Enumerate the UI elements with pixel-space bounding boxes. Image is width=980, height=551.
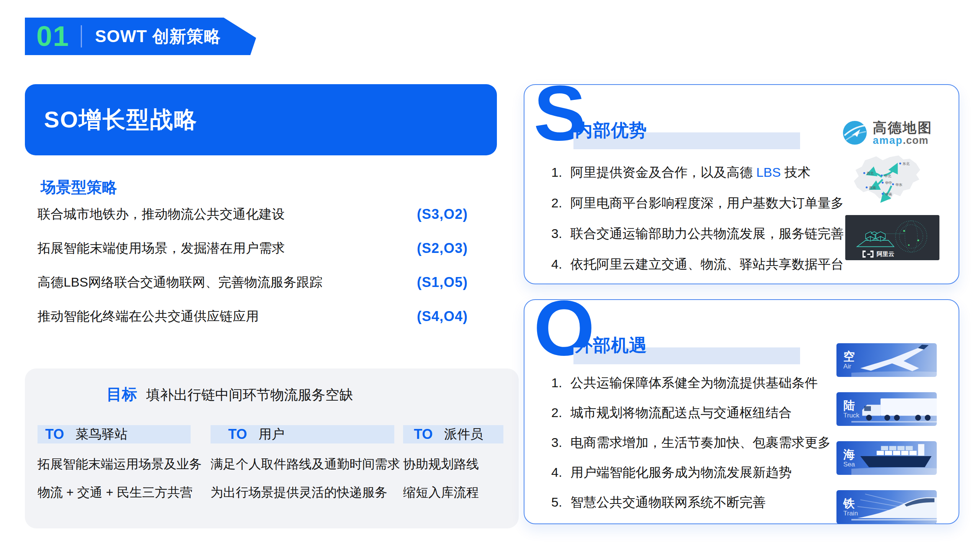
slide: 01 SOWT 创新策略 SO增长型战略 场景型策略 联合城市地铁办，推动物流公…	[0, 0, 980, 551]
opportunities-list: 1. 公共运输保障体系健全为物流提供基础条件 2. 城市规划将物流配送点与交通枢…	[551, 374, 831, 523]
to-label: TO	[45, 426, 64, 442]
amap-tld: .com	[903, 135, 929, 146]
goal-column-line: 缩短入库流程	[403, 485, 503, 500]
strategy-text: 推动智能化终端在公共交通供应链应用	[38, 308, 259, 325]
strategy-row: 高德LBS网络联合交通物联网、完善物流服务跟踪 (S1,O5)	[38, 272, 468, 293]
opportunity-item: 5. 智慧公共交通物联网系统不断完善	[551, 494, 831, 510]
strength-item: 1. 阿里提供资金及合作，以及高德 LBS 技术	[551, 164, 844, 181]
item-text-pre: 联合交通运输部助力公共物流发展，服务链完善	[570, 226, 844, 241]
strategy-tag: (S3,O2)	[417, 206, 468, 222]
strengths-title: 内部优势	[575, 119, 647, 142]
goal-column-line: 协助规划路线	[403, 456, 503, 472]
aliyun-label: 阿里云	[877, 251, 894, 257]
section-header-banner: 01 SOWT 创新策略	[25, 18, 256, 55]
opportunities-card: O 外部机遇 1. 公共运输保障体系健全为物流提供基础条件 2. 城市规划将物流…	[524, 299, 959, 524]
item-text: 阿里提供资金及合作，以及高德 LBS 技术	[570, 164, 810, 181]
tile-label: 陆 Truck	[843, 399, 859, 419]
goal-text: 填补出行链中间环节物流服务空缺	[146, 386, 353, 404]
header-divider	[81, 25, 82, 47]
section-title: SOWT 创新策略	[95, 25, 221, 48]
strength-item: 2. 阿里电商平台影响程度深，用户基数大订单量多	[551, 194, 844, 211]
item-number: 4.	[551, 464, 570, 481]
tile-label: 空 Air	[843, 350, 855, 370]
item-text: 阿里电商平台影响程度深，用户基数大订单量多	[570, 194, 844, 211]
tile-cn: 陆	[843, 399, 859, 412]
train-photo-tile: 铁 Train	[836, 490, 937, 524]
goal-label: 目标	[106, 384, 137, 405]
tile-en: Air	[843, 363, 855, 370]
transport-tiles: 空 Air 陆 Truck	[836, 343, 937, 539]
map-region-label: 西南	[869, 186, 876, 190]
goal-column-line: 满足个人取件路线及通勤时间需求	[211, 456, 400, 472]
item-text-pre: 阿里电商平台影响程度深，用户基数大订单量多	[570, 196, 844, 210]
amap-globe-icon	[842, 120, 867, 147]
item-number: 3.	[551, 434, 570, 451]
item-text: 用户端智能化服务成为物流发展新趋势	[570, 464, 792, 481]
strategy-list: 联合城市地铁办，推动物流公共交通化建设 (S3,O2) 拓展智能末端使用场景，发…	[38, 204, 468, 340]
goal-column-header: TO 用户	[211, 425, 394, 443]
ship-icon	[851, 441, 937, 475]
opportunity-item: 1. 公共运输保障体系健全为物流提供基础条件	[551, 374, 831, 391]
goal-column-header: TO 菜鸟驿站	[38, 425, 191, 443]
item-text: 公共运输保障体系健全为物流提供基础条件	[570, 374, 818, 391]
item-number: 2.	[551, 194, 570, 211]
to-label: TO	[414, 426, 433, 442]
map-region-label: 华南	[885, 192, 892, 196]
strategy-text: 高德LBS网络联合交通物联网、完善物流服务跟踪	[38, 274, 322, 291]
train-icon	[851, 490, 937, 524]
goal-column-line: 拓展智能末端运用场景及业务	[38, 456, 202, 472]
audience-label: 菜鸟驿站	[75, 425, 127, 443]
scenario-strategy-heading: 场景型策略	[41, 177, 117, 198]
item-text: 依托阿里云建立交通、物流、驿站共享数据平台	[570, 256, 844, 272]
tile-en: Train	[843, 510, 858, 517]
strength-item: 4. 依托阿里云建立交通、物流、驿站共享数据平台	[551, 256, 844, 272]
item-text: 智慧公共交通物联网系统不断完善	[570, 494, 766, 510]
tile-en: Sea	[843, 461, 855, 468]
item-text: 城市规划将物流配送点与交通枢纽结合	[570, 404, 792, 421]
audience-label: 用户	[258, 425, 284, 443]
strategy-tag: (S4,O4)	[417, 308, 468, 324]
goal-column-cainiao: TO 菜鸟驿站 拓展智能末端运用场景及业务 物流 + 交通 + 民生三方共营	[38, 425, 202, 500]
strategy-tag: (S2,O3)	[417, 240, 468, 256]
strategy-tag: (S1,O5)	[417, 274, 468, 290]
air-photo-tile: 空 Air	[836, 343, 937, 377]
goal-column-user: TO 用户 满足个人取件路线及通勤时间需求 为出行场景提供灵活的快递服务	[211, 425, 400, 500]
amap-cn: 高德地图	[873, 120, 933, 135]
so-strategy-banner: SO增长型战略	[25, 84, 497, 155]
truck-photo-tile: 陆 Truck	[836, 392, 937, 426]
strategy-row: 拓展智能末端使用场景，发掘潜在用户需求 (S2,O3)	[38, 238, 468, 259]
map-region-label: 华东	[895, 183, 902, 187]
to-label: TO	[228, 426, 247, 442]
amap-logo-text: 高德地图 amap.com	[873, 121, 933, 147]
goal-column-courier: TO 派件员 协助规划路线 缩短入库流程	[403, 425, 503, 500]
item-text: 联合交通运输部助力公共物流发展，服务链完善	[570, 225, 844, 242]
aliyun-cloud-graphic: 阿里云	[845, 215, 939, 260]
item-number: 4.	[551, 256, 570, 272]
tile-label: 海 Sea	[843, 448, 855, 468]
goal-line: 目标 填补出行链中间环节物流服务空缺	[106, 384, 353, 405]
tile-en: Truck	[843, 412, 859, 419]
opportunity-item: 2. 城市规划将物流配送点与交通枢纽结合	[551, 404, 831, 421]
tile-cn: 铁	[843, 497, 858, 510]
truck-icon	[851, 392, 937, 426]
item-text-pre: 依托阿里云建立交通、物流、驿站共享数据平台	[570, 257, 844, 271]
map-region-label: 西北	[867, 171, 874, 175]
opportunity-item: 3. 电商需求增加，生活节奏加快、包裹需求更多	[551, 434, 831, 451]
item-number: 5.	[551, 494, 570, 510]
strengths-card: S 内部优势 高德地图 amap.com 1. 阿里提供资金及合作，以及高德 L…	[524, 84, 959, 284]
item-text: 电商需求增加，生活节奏加快、包裹需求更多	[570, 434, 831, 451]
so-banner-title: SO增长型战略	[44, 104, 198, 135]
strategy-row: 联合城市地铁办，推动物流公共交通化建设 (S3,O2)	[38, 204, 468, 225]
item-number: 3.	[551, 225, 570, 242]
item-text-post: 技术	[781, 165, 810, 179]
audience-label: 派件员	[444, 425, 483, 443]
tile-cn: 海	[843, 448, 855, 461]
tile-label: 铁 Train	[843, 497, 858, 517]
tile-cn: 空	[843, 350, 855, 363]
map-region-label: 华中	[885, 181, 892, 185]
goal-column-line: 物流 + 交通 + 民生三方共营	[38, 485, 202, 500]
opportunities-title: 外部机遇	[575, 334, 647, 357]
strategy-text: 拓展智能末端使用场景，发掘潜在用户需求	[38, 240, 285, 257]
amap-en: amap	[873, 135, 903, 146]
section-number: 01	[36, 22, 69, 51]
